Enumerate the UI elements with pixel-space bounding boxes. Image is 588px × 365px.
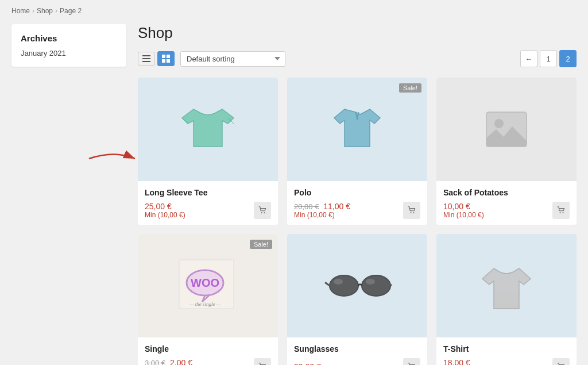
svg-point-16 — [560, 212, 561, 213]
add-to-cart-sunglasses[interactable] — [403, 358, 420, 365]
page-2-button[interactable]: 2 — [559, 50, 577, 67]
product-info-t-shirt: T-Shirt 18,00 € Min (10,00 €) — [436, 337, 577, 365]
price-current-long-sleeve-tee: 25,00 € — [145, 202, 185, 211]
product-image-long-sleeve-tee[interactable] — [138, 78, 278, 181]
svg-rect-4 — [167, 55, 170, 58]
breadcrumb: Home › Shop › Page 2 — [11, 7, 577, 15]
price-block-long-sleeve-tee: 25,00 € Min (10,00 €) — [145, 202, 185, 219]
price-old-span-polo: 20,00 € — [294, 202, 319, 211]
view-toggle — [138, 51, 175, 66]
svg-rect-5 — [162, 59, 165, 63]
product-image-sack-of-potatoes[interactable] — [436, 78, 577, 181]
price-block-polo: 20,00 € 11,00 € Min (10,00 €) — [294, 202, 350, 219]
product-image-single[interactable]: Sale! WOO — the single — — [138, 234, 278, 337]
breadcrumb-home[interactable]: Home — [11, 7, 30, 15]
product-price-row-sack-of-potatoes: 10,00 € Min (10,00 €) — [443, 202, 570, 219]
svg-point-28 — [366, 279, 375, 285]
product-name-sunglasses: Sunglasses — [294, 344, 420, 354]
product-image-sunglasses[interactable] — [287, 234, 427, 337]
cart-icon-sack — [557, 206, 565, 214]
price-old-polo: 20,00 € 11,00 € — [294, 202, 350, 211]
product-image-polo[interactable]: Sale! — [287, 78, 427, 181]
product-name-t-shirt: T-Shirt — [443, 344, 570, 354]
page-1-button[interactable]: 1 — [540, 50, 557, 67]
svg-point-15 — [494, 119, 504, 128]
price-current-polo: 11,00 € — [323, 202, 350, 211]
product-card-single: Sale! WOO — the single — — [138, 234, 278, 365]
product-info-sack-of-potatoes: Sack of Potatoes 10,00 € Min (10,00 €) — [436, 181, 577, 225]
price-min-sack-of-potatoes: Min (10,00 €) — [443, 211, 484, 219]
prev-page-button[interactable]: ← — [520, 50, 537, 67]
pagination: ← 1 2 — [520, 50, 577, 67]
cart-icon-polo — [408, 206, 416, 214]
woo-image: WOO — the single — — [173, 251, 242, 320]
product-price-row-single: 3,00 € 2,00 € Min (10,00 €) — [145, 358, 271, 365]
svg-point-12 — [411, 212, 412, 213]
svg-point-25 — [330, 275, 358, 296]
breadcrumb-sep-1: › — [32, 7, 34, 15]
sunglasses-image — [323, 251, 392, 320]
breadcrumb-current: Page 2 — [60, 7, 82, 15]
price-block-sunglasses: 90,00 € — [294, 362, 321, 365]
page-wrapper: Home › Shop › Page 2 Archives January 20… — [0, 0, 588, 365]
product-info-sunglasses: Sunglasses 90,00 € — [287, 337, 427, 365]
breadcrumb-sep-2: › — [55, 7, 57, 15]
price-min-polo: Min (10,00 €) — [294, 211, 350, 219]
breadcrumb-shop[interactable]: Shop — [37, 7, 53, 15]
price-current-sunglasses: 90,00 € — [294, 362, 321, 365]
cart-icon-single — [258, 363, 266, 365]
product-card-t-shirt: T-Shirt 18,00 € Min (10,00 €) — [436, 234, 577, 365]
archives-title: Archives — [21, 33, 117, 43]
add-to-cart-single[interactable] — [254, 358, 271, 365]
svg-rect-0 — [142, 55, 150, 56]
sort-select[interactable]: Default sorting Sort by popularity Sort … — [180, 51, 285, 67]
placeholder-image — [483, 109, 529, 149]
list-view-button[interactable] — [138, 52, 155, 66]
add-to-cart-sack-of-potatoes[interactable] — [552, 202, 570, 219]
svg-point-8 — [261, 212, 262, 213]
long-sleeve-tee-image — [173, 95, 242, 164]
sale-badge-single: Sale! — [250, 240, 272, 249]
products-grid: Long Sleeve Tee 25,00 € Min (10,00 €) — [138, 78, 577, 365]
svg-point-13 — [413, 212, 414, 213]
svg-rect-6 — [167, 59, 170, 63]
grid-view-button[interactable] — [157, 51, 175, 66]
svg-point-26 — [362, 275, 390, 296]
sale-badge-polo: Sale! — [399, 83, 421, 93]
price-block-t-shirt: 18,00 € Min (10,00 €) — [443, 358, 484, 365]
svg-rect-1 — [142, 58, 150, 59]
price-row-single: 3,00 € 2,00 € — [145, 358, 192, 365]
product-name-sack-of-potatoes: Sack of Potatoes — [443, 188, 570, 197]
add-to-cart-polo[interactable] — [403, 202, 420, 219]
svg-rect-2 — [142, 61, 150, 62]
list-icon — [142, 55, 150, 62]
product-price-row-polo: 20,00 € 11,00 € Min (10,00 €) — [294, 202, 420, 219]
product-card-polo: Sale! Po — [287, 78, 427, 225]
tshirt-image — [472, 251, 541, 320]
cart-icon-tshirt — [557, 363, 565, 365]
product-info-long-sleeve-tee: Long Sleeve Tee 25,00 € Min (10,00 €) — [138, 181, 278, 225]
product-image-t-shirt[interactable] — [436, 234, 577, 337]
main-content: Shop — [138, 24, 577, 365]
price-old-span-single: 3,00 € — [145, 359, 165, 365]
price-block-single: 3,00 € 2,00 € Min (10,00 €) — [145, 358, 192, 365]
add-to-cart-t-shirt[interactable] — [552, 358, 570, 365]
product-price-row-long-sleeve-tee: 25,00 € Min (10,00 €) — [145, 202, 271, 219]
product-card-sack-of-potatoes: Sack of Potatoes 10,00 € Min (10,00 €) — [436, 78, 577, 225]
product-name-long-sleeve-tee: Long Sleeve Tee — [145, 188, 271, 197]
price-current-single: 2,00 € — [170, 358, 192, 365]
product-info-polo: Polo 20,00 € 11,00 € Min (10,00 €) — [287, 181, 427, 225]
product-price-row-sunglasses: 90,00 € — [294, 358, 420, 365]
product-price-row-t-shirt: 18,00 € Min (10,00 €) — [443, 358, 570, 365]
arrow-annotation — [86, 147, 138, 170]
add-to-cart-long-sleeve-tee[interactable] — [254, 202, 271, 219]
price-current-sack-of-potatoes: 10,00 € — [443, 202, 484, 211]
product-card-sunglasses: Sunglasses 90,00 € — [287, 234, 427, 365]
svg-point-9 — [264, 212, 265, 213]
cart-icon-sunglasses — [408, 363, 416, 365]
price-block-sack-of-potatoes: 10,00 € Min (10,00 €) — [443, 202, 484, 219]
cart-icon — [258, 206, 266, 214]
product-info-single: Single 3,00 € 2,00 € Min (10,00 €) — [138, 337, 278, 365]
content-row: Archives January 2021 Shop — [11, 24, 577, 365]
sidebar-item-january-2021[interactable]: January 2021 — [21, 49, 117, 57]
